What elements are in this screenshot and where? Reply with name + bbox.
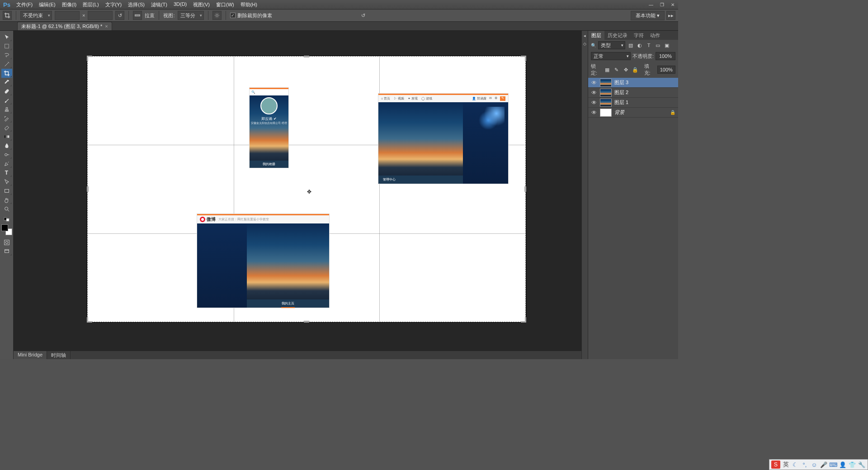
- pen-tool[interactable]: [1, 159, 12, 168]
- opacity-value[interactable]: 100%: [656, 52, 675, 60]
- svg-rect-7: [5, 190, 9, 193]
- blend-opacity-row: 正常 不透明度: 100%: [588, 51, 678, 62]
- menu-edit[interactable]: 编辑(E): [36, 0, 58, 9]
- close-button[interactable]: ✕: [667, 0, 678, 9]
- eyedropper-tool[interactable]: [1, 78, 12, 87]
- type-tool[interactable]: T: [1, 168, 12, 177]
- crop-tool[interactable]: [1, 69, 12, 78]
- layer-item[interactable]: 👁 图层 1: [588, 98, 678, 108]
- menu-image[interactable]: 图像(I): [59, 0, 79, 9]
- filter-pixel-icon[interactable]: ▧: [627, 42, 634, 49]
- crop-tool-icon[interactable]: [3, 11, 12, 20]
- tab-history[interactable]: 历史记录: [604, 31, 631, 40]
- workspace-switcher[interactable]: 基本功能 ▾: [631, 11, 665, 20]
- crop-overlay-select[interactable]: 三等分: [178, 11, 204, 20]
- eraser-tool[interactable]: [1, 123, 12, 132]
- lock-pixels-icon[interactable]: ✎: [613, 66, 620, 73]
- foreground-color-swatch[interactable]: [1, 224, 8, 231]
- visibility-toggle-icon[interactable]: 👁: [591, 90, 597, 96]
- artboard[interactable]: ✥ 🔍 郑云涵 ✔ 安徽金太阳信息有限公司 经理 我的相册 ⌂ 首页 ▷ 视频: [87, 56, 526, 322]
- menu-window[interactable]: 窗口(W): [213, 0, 237, 9]
- close-tab-icon[interactable]: ×: [105, 24, 108, 29]
- document-tab[interactable]: 未标题-1 @ 62.1% (图层 3, RGB/8) * ×: [17, 22, 112, 30]
- straighten-icon[interactable]: [133, 11, 142, 20]
- default-colors-icon[interactable]: [1, 216, 12, 223]
- screenmode-toggle[interactable]: [1, 247, 12, 256]
- gradient-tool[interactable]: [1, 132, 12, 141]
- lock-transparency-icon[interactable]: ▦: [604, 66, 611, 73]
- tab-actions[interactable]: 动作: [647, 31, 663, 40]
- svg-point-8: [5, 207, 8, 210]
- dock-tab-minibridge[interactable]: Mini Bridge: [14, 351, 47, 359]
- menu-help[interactable]: 帮助(H): [238, 0, 260, 9]
- tab-character[interactable]: 字符: [631, 31, 647, 40]
- history-brush-tool[interactable]: [1, 114, 12, 123]
- shape-tool[interactable]: [1, 186, 12, 195]
- canvas-area[interactable]: ✥ 🔍 郑云涵 ✔ 安徽金太阳信息有限公司 经理 我的相册 ⌂ 首页 ▷ 视频: [14, 31, 581, 359]
- hand-tool[interactable]: [1, 195, 12, 204]
- menu-view[interactable]: 视图(V): [190, 0, 212, 9]
- marquee-tool[interactable]: [1, 42, 12, 51]
- lock-position-icon[interactable]: ✥: [623, 66, 629, 73]
- svg-rect-10: [6, 218, 9, 221]
- menu-3d[interactable]: 3D(D): [171, 0, 189, 9]
- brush-tool[interactable]: [1, 96, 12, 105]
- layer-name[interactable]: 图层 2: [614, 89, 628, 96]
- dock-tab-timeline[interactable]: 时间轴: [47, 351, 71, 359]
- dodge-tool[interactable]: [1, 150, 12, 159]
- crop-options-gear-icon[interactable]: [212, 11, 222, 20]
- fill-value[interactable]: 100%: [657, 66, 675, 74]
- panels-menu-icon[interactable]: ▸▸: [666, 11, 675, 20]
- filter-adjust-icon[interactable]: ◐: [636, 42, 643, 49]
- wand-tool[interactable]: [1, 60, 12, 69]
- menu-file[interactable]: 文件(F): [14, 0, 35, 9]
- layer-name[interactable]: 图层 1: [614, 99, 628, 106]
- zoom-tool[interactable]: [1, 204, 12, 214]
- move-tool[interactable]: [1, 33, 12, 42]
- quickmask-toggle[interactable]: [1, 238, 12, 247]
- layer-thumbnail[interactable]: [600, 109, 612, 117]
- aspect-ratio-select[interactable]: 不受约束: [20, 11, 52, 20]
- layer-thumbnail[interactable]: [600, 99, 612, 107]
- swap-dimensions-icon[interactable]: ×: [82, 13, 85, 18]
- filter-smart-icon[interactable]: ▣: [663, 42, 670, 49]
- layer-name[interactable]: 背景: [614, 109, 624, 116]
- crop-width-input[interactable]: [55, 11, 80, 20]
- visibility-toggle-icon[interactable]: 👁: [591, 80, 597, 86]
- filter-shape-icon[interactable]: ▭: [654, 42, 661, 49]
- stamp-tool[interactable]: [1, 105, 12, 114]
- blur-tool[interactable]: [1, 141, 12, 150]
- collapsed-panel-icon[interactable]: ◇: [583, 42, 587, 46]
- clear-ratio-button[interactable]: ↺: [115, 11, 124, 20]
- svg-rect-3: [5, 44, 9, 48]
- filter-type-icon[interactable]: T: [645, 42, 652, 49]
- menu-bar: 文件(F) 编辑(E) 图像(I) 图层(L) 文字(Y) 选择(S) 滤镜(T…: [14, 0, 260, 9]
- expand-panels-icon[interactable]: ◂: [583, 33, 587, 38]
- menu-type[interactable]: 文字(Y): [103, 0, 125, 9]
- visibility-toggle-icon[interactable]: 👁: [591, 100, 597, 106]
- crop-height-input[interactable]: [88, 11, 113, 20]
- delete-cropped-checkbox[interactable]: ✓ 删除裁剪的像素: [230, 12, 272, 19]
- tab-layers[interactable]: 图层: [588, 31, 604, 40]
- menu-filter[interactable]: 滤镜(T): [148, 0, 170, 9]
- blend-mode-select[interactable]: 正常: [591, 52, 631, 60]
- layer-item[interactable]: 👁 图层 2: [588, 88, 678, 98]
- layer-item[interactable]: 👁 图层 3: [588, 78, 678, 88]
- toolbox: T: [0, 31, 14, 359]
- visibility-toggle-icon[interactable]: 👁: [591, 109, 597, 116]
- healing-tool[interactable]: [1, 87, 12, 96]
- minimize-button[interactable]: —: [646, 0, 656, 9]
- lasso-tool[interactable]: [1, 51, 12, 60]
- lock-all-icon[interactable]: 🔒: [632, 66, 639, 73]
- color-swatches[interactable]: [1, 224, 12, 235]
- reset-crop-icon[interactable]: ↺: [359, 11, 368, 20]
- layer-name[interactable]: 图层 3: [614, 79, 628, 86]
- layer-thumbnail[interactable]: [600, 79, 612, 87]
- menu-select[interactable]: 选择(S): [125, 0, 147, 9]
- maximize-button[interactable]: ❐: [656, 0, 667, 9]
- layer-thumbnail[interactable]: [600, 89, 612, 97]
- layer-filter-select[interactable]: 类型: [598, 41, 625, 49]
- layer-item[interactable]: 👁 背景 🔒: [588, 108, 678, 118]
- menu-layer[interactable]: 图层(L): [80, 0, 101, 9]
- path-select-tool[interactable]: [1, 177, 12, 186]
